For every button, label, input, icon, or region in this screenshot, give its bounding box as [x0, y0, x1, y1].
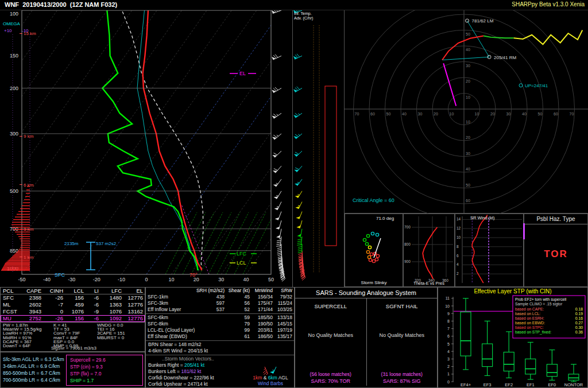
stp-box	[461, 312, 471, 356]
pcl-cell: 1480	[102, 294, 125, 301]
skewt-canvas[interactable]: 1001502003005007008501000-50-40-30-20-10…	[0, 10, 293, 287]
skewt-plot-area	[0, 10, 293, 274]
pcl-cell: 3943	[20, 308, 44, 315]
stp-box	[525, 359, 536, 374]
thetae-inset[interactable]: 320340360700800900 Theta-E vs Pres	[403, 214, 455, 287]
kin-cell: 79/32	[274, 294, 294, 300]
hodograph-canvas[interactable]: 1010101020202020303030304040404050505050…	[345, 10, 588, 214]
slinky-dot	[366, 250, 369, 253]
barb-legend-line1: 1km & 6km AGL	[248, 375, 293, 381]
pcl-cell: -26	[44, 315, 66, 322]
advection-title-line2: Adv. (C/hr)	[294, 16, 313, 20]
temp-tick-label: 30	[218, 277, 224, 282]
kin-cell: 59	[226, 315, 252, 321]
srwind-y-tick: 12	[457, 226, 461, 230]
parcel-table-panel[interactable]: PCLCAPECINHLCLLILFCELSFC2388-26156-61480…	[0, 287, 145, 322]
slinky-angle: 71.0 deg	[376, 216, 394, 221]
kin-cell: SFC-6km	[146, 315, 195, 321]
pcl-cell: 2602	[20, 301, 44, 308]
hodo-ring-label: 20	[434, 112, 438, 116]
lfc-marker-label: LFC	[237, 251, 247, 257]
pressure-tick-label: 300	[10, 131, 18, 137]
kin-cell: 79	[226, 321, 252, 327]
kin-row: SFC-3km59756175/47115/24	[146, 300, 294, 306]
stp-category-label: EF1	[527, 382, 535, 387]
pressure-tick-label: 100	[10, 11, 18, 17]
sars-panel[interactable]: SARS - Sounding Analogue System SUPERCEL…	[295, 287, 438, 388]
stp-y-tick: 11	[446, 296, 450, 300]
stp-box	[547, 364, 557, 377]
height-agl-label: 1 km	[24, 255, 34, 260]
kin-cell: 186/50	[252, 333, 274, 340]
isotherm-line	[0, 10, 32, 274]
sars-supercell-header: SUPERCELL	[295, 303, 366, 309]
slinky-dot	[376, 233, 378, 236]
kin-cell: 197/19	[274, 327, 294, 333]
isotherm-line	[122, 10, 293, 274]
pcl-cell: -6	[87, 301, 102, 308]
hodo-ring-label: 40	[402, 112, 407, 116]
title-bar: WNF 20190413/2000 (12Z NAM F032) SHARPpy…	[0, 0, 588, 10]
storm-slinky-inset[interactable]: 71.0 deg Storm Slinky	[345, 214, 403, 287]
storm-motion-label: 781/62 LM	[472, 18, 494, 24]
composite-index-item: STP (fix) = 7.0	[70, 370, 142, 377]
sars-hail-header: SGFNT HAIL	[367, 303, 438, 309]
hodo-ring-label: 70	[355, 112, 359, 116]
lapse-rate-panel: Sfc-3km AGL LR = 6.3 C/km3-6km AGL LR = …	[0, 352, 145, 388]
composite-indices-box: Supercell = 29.6STP (cin) = 9.3STP (fix)…	[66, 355, 143, 386]
sars-hail-result: SARS: 87% SIG	[367, 378, 438, 384]
storm-motion-label: Corfidi Upshear =	[148, 381, 188, 387]
barb-flag	[272, 116, 276, 119]
kin-cell: Shear (kt)	[226, 288, 252, 294]
stp-y-tick: 8	[447, 319, 450, 323]
isotherm-line	[246, 10, 293, 274]
kin-cell	[195, 321, 226, 327]
kin-cell: 133/18	[274, 315, 294, 321]
kin-cell: 537	[195, 306, 226, 313]
pcl-cell: 1363	[102, 301, 125, 308]
sars-title: SARS - Sounding Analogue System	[295, 288, 437, 298]
skewt-panel[interactable]: 1001502003005007008501000-50-40-30-20-10…	[0, 10, 293, 287]
srwind-inset[interactable]: 2468101214 SR Wind (kt)	[455, 214, 524, 287]
pcl-cell: 156	[66, 315, 87, 322]
barb-flag	[297, 234, 301, 237]
kin-row: Eff Inflow Layer53752171/44103/25	[146, 306, 294, 313]
kin-cell: 438	[195, 294, 226, 300]
purple-seam-marker	[523, 223, 525, 239]
slinky-dot	[376, 254, 379, 257]
slinky-dot	[368, 255, 370, 258]
kin-cell: 190/50	[252, 321, 274, 327]
kin-cell: 185/50	[252, 315, 274, 321]
storm-motion-value: 247/14 kt	[188, 381, 208, 387]
composite-index-item: SHIP = 1.7	[70, 377, 142, 384]
lapse-rate-list: Sfc-3km AGL LR = 6.3 C/km3-6km AGL LR = …	[3, 356, 64, 383]
stp-legend-value: 0.19	[575, 312, 583, 316]
pcl-cell: 1076	[102, 308, 125, 315]
effective-srh-label: 537 m2s2	[96, 241, 117, 246]
stp-box	[482, 344, 493, 367]
pcl-cell: 0	[44, 308, 66, 315]
srwind-y-tick: 4	[457, 262, 459, 266]
pressure-tick-label: 850	[10, 248, 18, 254]
isotherm-line	[0, 10, 132, 274]
stp-legend-value: 0.30	[575, 325, 583, 329]
srwind-y-tick: 14	[457, 217, 461, 221]
kin-cell: 597	[195, 300, 226, 306]
wind-barb	[301, 236, 302, 245]
kin-cell: SFC-1km	[146, 294, 195, 300]
warm-advection-box	[325, 86, 336, 246]
stp-legend-title: Prob EF2+ torn with supercell	[515, 297, 567, 302]
hodo-ring-label: 60	[466, 199, 470, 203]
wind-barb	[279, 220, 281, 229]
barb-legend-part: 6km	[268, 375, 277, 381]
hodograph-panel[interactable]: 1010101020202020303030304040404050505050…	[345, 10, 588, 214]
pcl-cell: 2752	[20, 315, 44, 322]
barb-legend-part: AGL	[277, 375, 288, 381]
pcl-header-cell: LI	[87, 288, 102, 294]
stp-y-tick: 10	[445, 304, 450, 308]
app-version: SHARPpy Beta v1.3.0 Xenia	[512, 1, 585, 7]
kin-row: SFC-1km43845156/3479/32	[146, 294, 294, 300]
hazard-type-inset[interactable]: Psbl Haz. Type TOR	[524, 214, 588, 287]
temp-tick-label: -30	[68, 277, 75, 282]
stp-boxplot-panel[interactable]: Effective Layer STP (with CIN)0123456789…	[438, 287, 588, 388]
